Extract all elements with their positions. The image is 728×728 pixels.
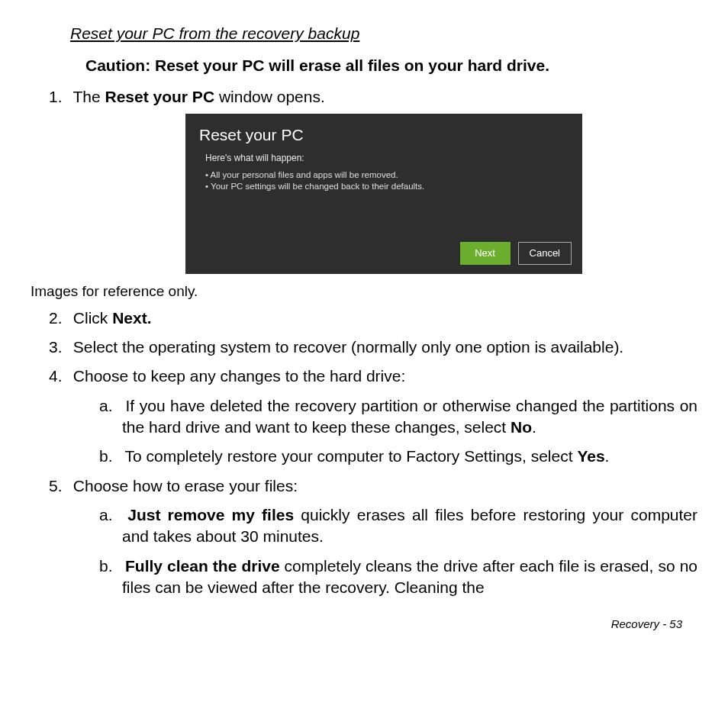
step-3: Select the operating system to recover (… [49,337,697,358]
screenshot-bullet-2: Your PC settings will be changed back to… [205,181,569,193]
cancel-button[interactable]: Cancel [518,242,572,265]
reset-pc-screenshot: Reset your PC Here's what will happen: A… [185,114,582,274]
caution-text: Caution: Reset your PC will erase all fi… [85,55,697,76]
next-button[interactable]: Next [460,242,511,265]
step2-text: Click [73,309,112,327]
step1-text-b: window opens. [214,88,325,105]
section-heading: Reset your PC from the recovery backup [70,23,697,44]
screenshot-bullet-1: All your personal files and apps will be… [205,169,569,182]
screenshot-subtitle: Here's what will happen: [205,152,569,164]
step-5: Choose how to erase your files: Just rem… [49,475,697,599]
footer-page-number: 53 [669,617,682,630]
step5b-bold: Fully clean the drive [125,557,280,575]
step1-text-a: The [72,88,105,105]
step4a-bold: No [511,418,532,436]
step-1: The Reset your PC window opens. Reset yo… [49,86,697,274]
step4b-text-b: . [605,447,610,465]
step4b-text-a: To completely restore your computer to F… [124,447,577,465]
screenshot-title: Reset your PC [199,124,569,146]
step-5a: Just remove my files quickly erases all … [99,504,697,548]
step-4a: If you have deleted the recovery partiti… [99,395,697,439]
step4-sublist: If you have deleted the recovery partiti… [70,395,697,468]
steps-list-cont: Click Next. Select the operating system … [31,308,697,599]
step1-bold: Reset your PC [105,88,215,105]
screenshot-buttons: Next Cancel [460,242,572,265]
step3-text: Select the operating system to recover (… [73,338,623,356]
step-2: Click Next. [49,308,697,329]
page-footer: Recovery - 53 [31,617,697,632]
step5-sublist: Just remove my files quickly erases all … [70,504,697,598]
step4a-text-a: If you have deleted the recovery partiti… [122,397,697,436]
step5a-bold: Just remove my files [127,506,294,523]
step-4b: To completely restore your computer to F… [99,446,697,467]
image-caption: Images for reference only. [31,282,697,301]
step5-text: Choose how to erase your files: [73,477,298,494]
screenshot-bullets: All your personal files and apps will be… [205,169,569,193]
footer-section: Recovery - [611,617,670,630]
manual-page: Reset your PC from the recovery backup C… [0,0,728,648]
step-5b: Fully clean the drive completely cleans … [99,556,697,599]
steps-list: The Reset your PC window opens. Reset yo… [31,86,697,274]
step2-bold: Next. [112,309,151,327]
step4-text: Choose to keep any changes to the hard d… [73,367,405,385]
step4a-text-b: . [532,418,536,436]
step4b-bold: Yes [577,447,604,465]
step-4: Choose to keep any changes to the hard d… [49,366,697,467]
